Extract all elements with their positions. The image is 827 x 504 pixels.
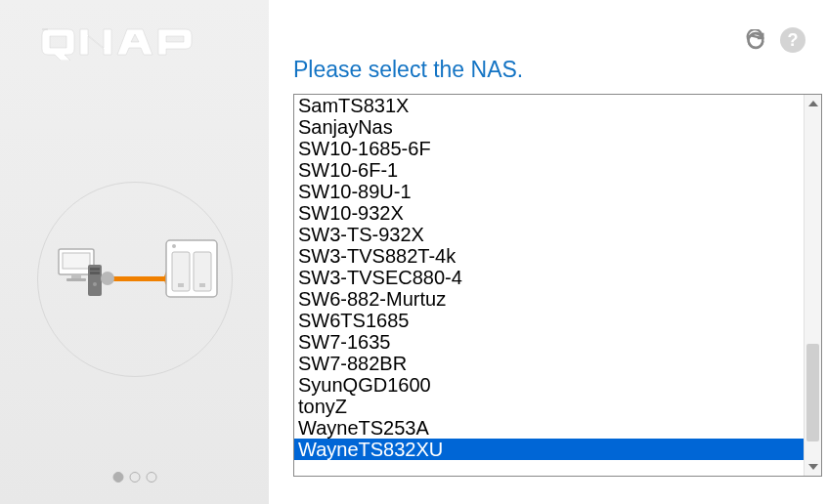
nas-list-item[interactable]: SW3-TS-932X <box>294 224 804 245</box>
brand-logo <box>37 21 213 64</box>
nas-list-item[interactable]: SW10-6F-1 <box>294 159 804 181</box>
page-dot-3[interactable] <box>146 472 156 483</box>
nas-list-item[interactable]: SamTS831X <box>294 95 804 116</box>
scrollbar[interactable] <box>804 95 821 476</box>
svg-rect-6 <box>90 272 100 274</box>
nas-list-item[interactable]: SW3-TVSEC880-4 <box>294 267 804 288</box>
svg-rect-1 <box>63 253 90 269</box>
connection-illustration <box>27 172 242 387</box>
svg-point-7 <box>93 282 97 286</box>
nas-icon <box>162 236 221 305</box>
nas-list-item[interactable]: SanjayNas <box>294 116 804 138</box>
nas-list-item[interactable]: SW10-1685-6F <box>294 138 804 159</box>
nas-list-item[interactable]: SW7-882BR <box>294 353 804 374</box>
page-heading: Please select the NAS. <box>293 57 523 83</box>
toolbar: ? <box>745 27 805 53</box>
nas-list-item[interactable]: SW6TS1685 <box>294 310 804 331</box>
nas-list-item[interactable]: SW7-1635 <box>294 331 804 353</box>
nas-list-item[interactable]: SW6-882-Murtuz <box>294 288 804 310</box>
nas-list-box: SamTS831XSanjayNasSW10-1685-6FSW10-6F-1S… <box>293 94 822 477</box>
scroll-thumb[interactable] <box>806 344 819 441</box>
scroll-down-button[interactable] <box>805 458 821 476</box>
svg-rect-2 <box>71 274 81 278</box>
nas-list-item[interactable]: SW10-89U-1 <box>294 181 804 202</box>
scroll-up-button[interactable] <box>805 95 821 112</box>
nas-list-item[interactable]: WayneTS832XU <box>294 439 804 460</box>
nas-list-item[interactable]: tonyZ <box>294 396 804 417</box>
page-dot-2[interactable] <box>129 472 140 483</box>
svg-rect-5 <box>90 268 100 271</box>
svg-rect-13 <box>199 283 205 287</box>
refresh-button[interactable] <box>745 29 766 51</box>
svg-rect-3 <box>66 278 86 281</box>
nas-list-item[interactable]: SW10-932X <box>294 202 804 224</box>
nas-list[interactable]: SamTS831XSanjayNasSW10-1685-6FSW10-6F-1S… <box>294 95 804 476</box>
page-dot-1[interactable] <box>112 472 123 483</box>
main-panel: ? Please select the NAS. SamTS831XSanjay… <box>269 0 827 504</box>
nas-list-item[interactable]: SyunQGD1600 <box>294 374 804 396</box>
pagination-dots <box>112 472 156 483</box>
nas-list-item[interactable]: SW3-TVS882T-4k <box>294 245 804 267</box>
nas-list-item[interactable]: WayneTS253A <box>294 417 804 439</box>
help-button[interactable]: ? <box>780 27 805 53</box>
svg-point-11 <box>172 244 176 248</box>
sidebar <box>0 0 269 504</box>
connection-endpoint-left <box>101 272 114 285</box>
svg-rect-12 <box>178 283 184 287</box>
